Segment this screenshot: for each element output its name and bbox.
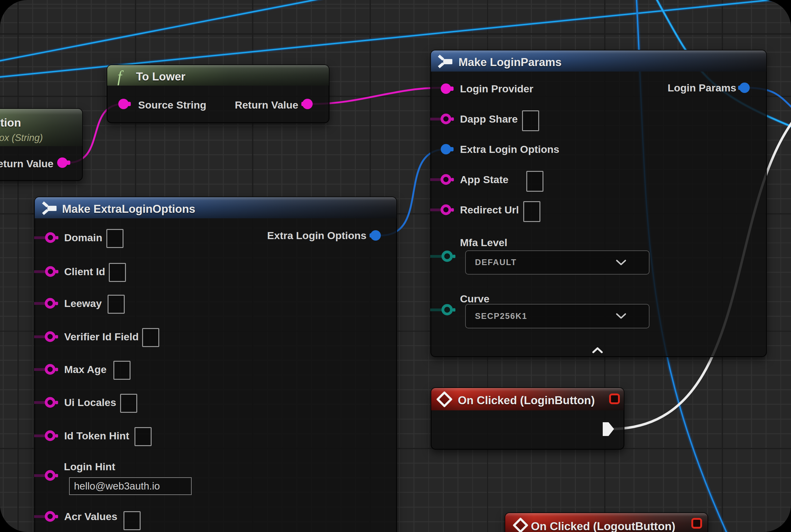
svg-text:f: f <box>117 68 124 85</box>
